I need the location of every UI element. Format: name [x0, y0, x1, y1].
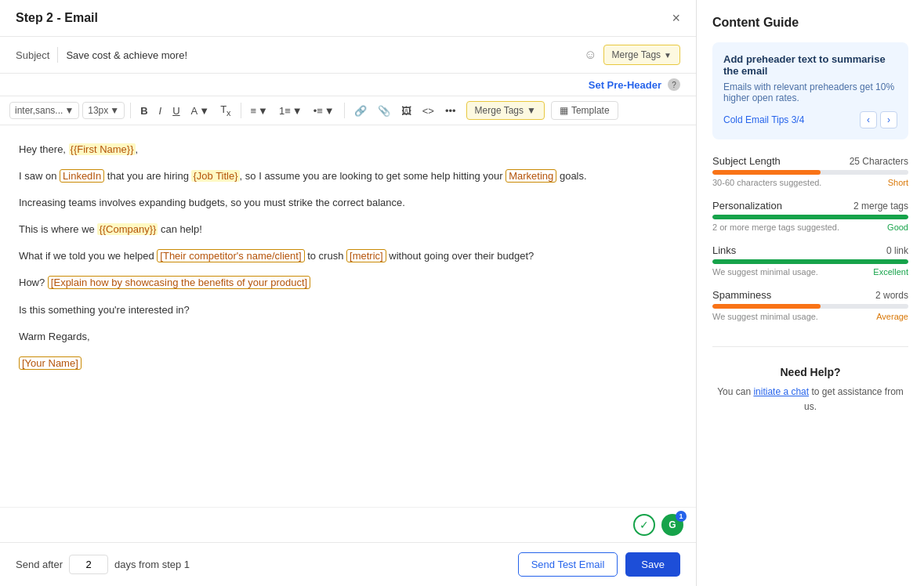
- send-test-email-button[interactable]: Send Test Email: [518, 552, 618, 577]
- link-button[interactable]: 🔗: [350, 103, 371, 119]
- spamminess-bar-bg: [712, 304, 908, 309]
- font-family-selector[interactable]: inter,sans... ▼: [9, 102, 79, 119]
- grammarly-icon[interactable]: G 1: [661, 514, 683, 536]
- unordered-list-button[interactable]: •≡ ▼: [310, 103, 339, 119]
- chevron-down-icon: ▼: [664, 51, 672, 60]
- tips-card-link-row: Cold Email Tips 3/4 ‹ ›: [723, 111, 897, 128]
- ordered-list-icon: 1≡: [279, 105, 291, 117]
- subject-length-hint: 30-60 characters suggested.: [712, 178, 821, 187]
- tips-card-description: Emails with relevant preheaders get 10% …: [723, 81, 897, 103]
- need-help-post: to get assistance from us.: [804, 386, 904, 412]
- font-size-selector[interactable]: 13px ▼: [82, 102, 125, 119]
- jobtitle-tag: {Job Title}: [191, 170, 239, 182]
- company-tag: {{Company}}: [97, 223, 158, 235]
- toolbar-merge-tags-button[interactable]: Merge Tags ▼: [466, 101, 545, 120]
- need-help-pre: You can: [717, 386, 753, 397]
- editor-line-2: I saw on LinkedIn that you are hiring {J…: [19, 168, 677, 185]
- tips-card: Add preheader text to summarise the emai…: [712, 42, 908, 139]
- close-button[interactable]: ×: [672, 11, 680, 25]
- attach-button[interactable]: 📎: [374, 103, 394, 119]
- spamminess-metric: Spamminess 2 words We suggest minimal us…: [712, 289, 908, 321]
- tips-nav: ‹ ›: [860, 111, 897, 128]
- bottom-bar: Send after days from step 1 Send Test Em…: [0, 542, 696, 586]
- font-family-label: inter,sans...: [15, 105, 63, 116]
- personalization-name: Personalization: [712, 200, 782, 212]
- spamminess-value: 2 words: [875, 290, 908, 301]
- editor-line-8: Warm Regards,: [19, 328, 677, 345]
- personalization-header: Personalization 2 merge tags: [712, 200, 908, 212]
- font-size-label: 13px: [88, 105, 108, 116]
- send-after-label: Send after: [16, 559, 63, 570]
- bottom-actions: Send Test Email Save: [518, 552, 680, 577]
- content-guide-panel: Content Guide Add preheader text to summ…: [697, 0, 924, 586]
- underline-button[interactable]: U: [168, 103, 183, 119]
- spamminess-hint: We suggest minimal usage.: [712, 312, 818, 321]
- editor-toolbar: inter,sans... ▼ 13px ▼ B I U A ▼ Tx ≡ ▼ …: [0, 96, 696, 125]
- subject-length-name: Subject Length: [712, 155, 781, 167]
- save-button[interactable]: Save: [625, 552, 680, 577]
- marketing-tag: Marketing: [505, 169, 556, 183]
- help-icon[interactable]: ?: [668, 78, 680, 91]
- code-button[interactable]: <>: [419, 103, 438, 119]
- linkedin-tag: LinkedIn: [60, 169, 104, 183]
- subject-length-metric: Subject Length 25 Characters 30-60 chara…: [712, 155, 908, 187]
- text-color-icon: A: [191, 105, 198, 117]
- image-button[interactable]: 🖼: [397, 103, 415, 119]
- template-icon: ▦: [560, 105, 568, 116]
- personalization-footer: 2 or more merge tags suggested. Good: [712, 222, 908, 232]
- metrics-section: Subject Length 25 Characters 30-60 chara…: [712, 155, 908, 334]
- tips-prev-button[interactable]: ‹: [860, 111, 877, 128]
- italic-button[interactable]: I: [155, 103, 166, 119]
- toolbar-separator-3: [344, 103, 345, 118]
- toolbar-separator-1: [130, 103, 131, 118]
- editor-line-1: Hey there, {{First Name}},: [19, 141, 677, 158]
- bold-button[interactable]: B: [136, 103, 151, 119]
- subject-input[interactable]: [66, 49, 576, 61]
- align-button[interactable]: ≡ ▼: [247, 103, 272, 119]
- spellcheck-icon[interactable]: ✓: [633, 514, 655, 536]
- metric-tag: [metric]: [346, 249, 386, 262]
- template-button[interactable]: ▦ Template: [551, 101, 618, 120]
- divider: [712, 346, 908, 347]
- days-input[interactable]: [69, 555, 108, 574]
- links-value: 0 link: [886, 245, 908, 256]
- spamminess-bar-fill: [712, 304, 821, 309]
- personalization-metric: Personalization 2 merge tags 2 or more m…: [712, 200, 908, 232]
- strikethrough-button[interactable]: Tx: [216, 101, 234, 120]
- subject-merge-tags-button[interactable]: Merge Tags ▼: [603, 45, 680, 65]
- more-button[interactable]: •••: [441, 103, 460, 119]
- subject-length-bar-bg: [712, 170, 908, 175]
- subject-label: Subject: [16, 49, 49, 61]
- personalization-bar-bg: [712, 215, 908, 219]
- explain-tag: [Explain how by showcasing the benefits …: [48, 276, 310, 289]
- personalization-hint: 2 or more merge tags suggested.: [712, 222, 839, 232]
- links-bar-fill: [712, 259, 908, 264]
- links-name: Links: [712, 244, 736, 256]
- panel-title: Step 2 - Email: [16, 11, 98, 25]
- editor-content[interactable]: Hey there, {{First Name}}, I saw on Link…: [0, 125, 696, 507]
- text-color-button[interactable]: A ▼: [187, 103, 214, 119]
- editor-line-6: How? [Explain how by showcasing the bene…: [19, 274, 677, 291]
- toolbar-merge-tags-label: Merge Tags: [475, 105, 524, 116]
- spamminess-status: Average: [876, 312, 908, 321]
- set-preheader-button[interactable]: Set Pre-Header: [589, 79, 661, 91]
- text-color-chevron: ▼: [199, 105, 209, 117]
- days-label: days from step 1: [114, 559, 190, 570]
- tips-next-button[interactable]: ›: [880, 111, 897, 128]
- initiate-chat-link[interactable]: initiate a chat: [753, 386, 809, 397]
- links-footer: We suggest minimal usage. Excellent: [712, 267, 908, 277]
- tips-link-text[interactable]: Cold Email Tips 3/4: [723, 114, 804, 125]
- editor-line-7: Is this something you're interested in?: [19, 302, 677, 319]
- editor-line-3: Increasing teams involves expanding budg…: [19, 194, 677, 212]
- subject-divider: [57, 47, 58, 63]
- grammarly-badge: 1: [676, 511, 687, 522]
- emoji-button[interactable]: ☺: [584, 48, 596, 62]
- subject-length-header: Subject Length 25 Characters: [712, 155, 908, 167]
- firstname-tag: {{First Name}}: [69, 143, 136, 155]
- editor-footer: ✓ G 1: [0, 507, 696, 542]
- subject-length-footer: 30-60 characters suggested. Short: [712, 178, 908, 187]
- template-label: Template: [571, 105, 610, 116]
- ordered-list-button[interactable]: 1≡ ▼: [275, 103, 306, 119]
- editor-line-5: What if we told you we helped [Their com…: [19, 248, 677, 265]
- links-bar-bg: [712, 259, 908, 264]
